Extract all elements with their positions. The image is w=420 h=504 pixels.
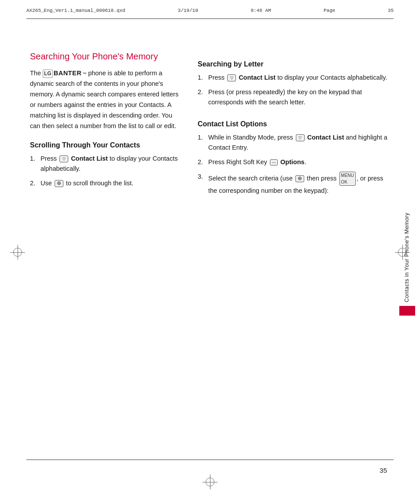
- list-text-r2: Press (or press repeatedly) the key on t…: [208, 87, 390, 107]
- brand-inline: LG BANTER™: [43, 68, 86, 79]
- contact-list-options-list: 1. While in Standby Mode, press Contact …: [198, 132, 390, 196]
- scrolling-section-title: Scrolling Through Your Contacts: [30, 141, 180, 149]
- nav-down-icon-opt1: [296, 134, 305, 141]
- contact-list-bold-opt1: Contact List: [307, 134, 344, 141]
- list-item: 2. Press (or press repeatedly) the key o…: [198, 87, 390, 107]
- list-text-2: Use to scroll through the list.: [41, 178, 180, 188]
- left-column: Searching Your Phone's Memory The LG BAN…: [30, 24, 193, 456]
- options-bold: Options: [280, 158, 305, 166]
- list-item: 1. Press Contact List to display your Co…: [30, 154, 180, 174]
- sidebar-accent: [399, 306, 415, 316]
- list-num-opt1: 1.: [198, 132, 208, 143]
- list-num-opt2: 2.: [198, 157, 208, 167]
- searching-by-letter-list: 1. Press Contact List to display your Co…: [198, 73, 390, 108]
- list-text-r1: Press Contact List to display your Conta…: [208, 73, 390, 83]
- header-filename: AX265_Eng_Ver1.1_manual_090618.qxd: [26, 8, 125, 13]
- nav-down-icon-1: [59, 155, 68, 162]
- menu-ok-icon: MENUOK: [339, 172, 356, 186]
- header-date: 3/19/10: [178, 8, 198, 13]
- nav-down-icon-r1: [227, 74, 236, 81]
- reg-mark-left: [13, 248, 22, 257]
- sidebar: Contacts in Your Phone's Memory: [394, 24, 420, 504]
- reg-mark-bottom: [206, 478, 214, 486]
- list-text-opt2: Press Right Soft Key Options.: [208, 157, 390, 167]
- nav-4way-icon-opt3: [295, 175, 304, 182]
- searching-by-letter-title: Searching by Letter: [198, 60, 390, 68]
- header-time: 9:46 AM: [251, 8, 271, 13]
- soft-right-icon: [270, 159, 278, 166]
- scrolling-list: 1. Press Contact List to display your Co…: [30, 154, 180, 189]
- page-number: 35: [379, 467, 387, 474]
- nav-4way-icon-1: [55, 180, 63, 187]
- main-content: Searching Your Phone's Memory The LG BAN…: [30, 24, 390, 456]
- contact-list-options-title: Contact List Options: [198, 120, 390, 128]
- left-section-title: Searching Your Phone's Memory: [30, 51, 180, 62]
- brand-name: BANTER: [54, 68, 81, 79]
- top-rule: [26, 18, 394, 19]
- left-body-text: The LG BANTER™ phone is able to perform …: [30, 68, 180, 132]
- list-num-2: 2.: [30, 178, 41, 188]
- list-num-opt3: 3.: [198, 172, 208, 182]
- contact-list-bold-r1: Contact List: [239, 74, 276, 81]
- body-intro: The: [30, 70, 41, 77]
- contact-list-bold-1: Contact List: [71, 155, 108, 162]
- list-item: 1. Press Contact List to display your Co…: [198, 73, 390, 83]
- body-rest: phone is able to perform a dynamic searc…: [30, 70, 178, 129]
- list-text-1: Press Contact List to display your Conta…: [41, 154, 180, 174]
- sidebar-text: Contacts in Your Phone's Memory: [403, 213, 411, 302]
- list-num-r1: 1.: [198, 73, 208, 83]
- list-item: 1. While in Standby Mode, press Contact …: [198, 132, 390, 153]
- bottom-rule: [26, 460, 394, 460]
- list-text-opt1: While in Standby Mode, press Contact Lis…: [208, 132, 390, 153]
- right-column: Searching by Letter 1. Press Contact Lis…: [193, 24, 390, 456]
- header-page-number: 35: [388, 8, 394, 13]
- header-bar: AX265_Eng_Ver1.1_manual_090618.qxd 3/19/…: [26, 8, 394, 13]
- list-text-opt3: Select the search criteria (use then pre…: [208, 172, 390, 196]
- list-num-r2: 2.: [198, 87, 208, 97]
- list-num-1: 1.: [30, 154, 41, 164]
- brand-lg: LG: [43, 70, 53, 78]
- brand-tm: ™: [82, 71, 86, 77]
- header-page-label: Page: [324, 8, 335, 13]
- list-item: 3. Select the search criteria (use then …: [198, 172, 390, 196]
- list-item: 2. Use to scroll through the list.: [30, 178, 180, 188]
- list-item: 2. Press Right Soft Key Options.: [198, 157, 390, 167]
